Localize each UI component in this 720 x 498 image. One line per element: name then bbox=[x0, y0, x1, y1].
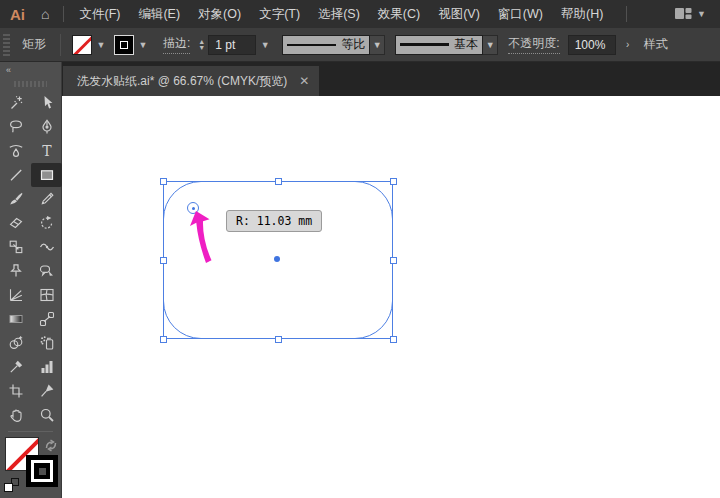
shaper-tool[interactable] bbox=[0, 259, 31, 283]
puppet-warp-tool[interactable] bbox=[31, 259, 62, 283]
illustrator-logo: Ai bbox=[0, 6, 33, 23]
pencil-icon bbox=[39, 191, 55, 207]
chevron-down-icon: ▼ bbox=[697, 9, 706, 19]
stroke-color-control[interactable]: ▼ bbox=[114, 35, 150, 55]
opacity-field[interactable]: 100% bbox=[568, 35, 616, 55]
panel-collapse-button[interactable]: « bbox=[0, 62, 61, 77]
menu-object[interactable]: 对象(O) bbox=[189, 0, 250, 28]
handle-top-center[interactable] bbox=[275, 178, 282, 185]
menu-bar: Ai ⌂ 文件(F) 编辑(E) 对象(O) 文字(T) 选择(S) 效果(C)… bbox=[0, 0, 720, 28]
paintbrush-tool[interactable] bbox=[0, 187, 31, 211]
chevron-down-icon[interactable]: ▼ bbox=[258, 35, 272, 55]
slice-icon bbox=[39, 383, 55, 399]
gradient-icon bbox=[8, 311, 24, 327]
pen-tool[interactable] bbox=[31, 115, 62, 139]
close-icon[interactable]: ✕ bbox=[299, 74, 309, 88]
line-icon bbox=[8, 167, 24, 183]
menu-help[interactable]: 帮助(H) bbox=[552, 0, 612, 28]
opacity-expand-button[interactable]: › bbox=[620, 35, 636, 55]
pen-icon bbox=[39, 119, 55, 135]
opacity-label[interactable]: 不透明度: bbox=[508, 35, 559, 54]
handle-middle-left[interactable] bbox=[160, 257, 167, 264]
artboard-tool[interactable] bbox=[0, 379, 31, 403]
blend-icon bbox=[39, 311, 55, 327]
rectangle-tool[interactable] bbox=[31, 163, 62, 187]
brush-definition-dropdown[interactable]: 基本 ▼ bbox=[395, 35, 498, 55]
scale-tool[interactable] bbox=[0, 235, 31, 259]
perspective-grid-tool[interactable] bbox=[0, 283, 31, 307]
stroke-weight-field[interactable]: 1 pt bbox=[208, 35, 256, 55]
tools-panel: « T bbox=[0, 62, 62, 498]
menu-select[interactable]: 选择(S) bbox=[309, 0, 369, 28]
chevron-down-icon[interactable]: ▼ bbox=[136, 35, 150, 55]
shape-builder-tool[interactable] bbox=[0, 331, 31, 355]
stroke-black-swatch[interactable] bbox=[114, 35, 134, 55]
fill-color-control[interactable]: ▼ bbox=[72, 35, 108, 55]
graph-tool[interactable] bbox=[31, 355, 62, 379]
handle-bottom-left[interactable] bbox=[160, 336, 167, 343]
style-label[interactable]: 样式 bbox=[644, 36, 668, 53]
width-profile-dropdown[interactable]: 等比 ▼ bbox=[282, 35, 385, 55]
home-icon[interactable]: ⌂ bbox=[33, 6, 57, 22]
lasso-tool[interactable] bbox=[0, 115, 31, 139]
menu-window[interactable]: 窗口(W) bbox=[489, 0, 552, 28]
line-segment-tool[interactable] bbox=[0, 163, 31, 187]
slice-tool[interactable] bbox=[31, 379, 62, 403]
mesh-icon bbox=[39, 287, 55, 303]
eyedropper-icon bbox=[8, 359, 24, 375]
fill-none-swatch[interactable] bbox=[72, 35, 92, 55]
magic-wand-icon bbox=[8, 95, 24, 111]
stroke-weight-stepper[interactable]: ▲▼ bbox=[198, 39, 205, 51]
workspace-switcher[interactable]: ▼ bbox=[675, 7, 720, 21]
menu-effect[interactable]: 效果(C) bbox=[369, 0, 429, 28]
illustrator-window: Ai ⌂ 文件(F) 编辑(E) 对象(O) 文字(T) 选择(S) 效果(C)… bbox=[0, 0, 720, 498]
handle-middle-right[interactable] bbox=[390, 257, 397, 264]
type-tool[interactable]: T bbox=[31, 139, 62, 163]
selection-tool[interactable] bbox=[31, 91, 62, 115]
hand-tool[interactable] bbox=[0, 403, 31, 427]
pencil-tool[interactable] bbox=[31, 187, 62, 211]
panel-grip[interactable] bbox=[3, 34, 10, 56]
handle-bottom-center[interactable] bbox=[275, 336, 282, 343]
puppet-warp-icon bbox=[39, 263, 55, 279]
menu-edit[interactable]: 编辑(E) bbox=[129, 0, 189, 28]
width-icon bbox=[39, 239, 55, 255]
handle-top-left[interactable] bbox=[160, 178, 167, 185]
swap-fill-stroke-icon[interactable] bbox=[44, 438, 58, 456]
panel-grip[interactable] bbox=[14, 79, 47, 88]
chevron-down-icon[interactable]: ▼ bbox=[94, 35, 108, 55]
artboard-icon bbox=[8, 383, 24, 399]
handle-bottom-right[interactable] bbox=[390, 336, 397, 343]
artboard-canvas[interactable]: R: 11.03 mm bbox=[62, 96, 720, 498]
shape-builder-icon bbox=[8, 335, 24, 351]
magic-wand-tool[interactable] bbox=[0, 91, 31, 115]
rotate-tool[interactable] bbox=[31, 211, 62, 235]
default-fill-stroke-icon[interactable] bbox=[4, 478, 19, 492]
chevron-down-icon[interactable]: ▼ bbox=[483, 35, 498, 55]
eyedropper-tool[interactable] bbox=[0, 355, 31, 379]
gradient-tool[interactable] bbox=[0, 307, 31, 331]
stroke-weight-label[interactable]: 描边: bbox=[163, 35, 190, 54]
chevron-down-icon[interactable]: ▼ bbox=[370, 35, 385, 55]
zoom-tool[interactable] bbox=[31, 403, 62, 427]
handle-top-right[interactable] bbox=[390, 178, 397, 185]
eraser-icon bbox=[8, 215, 24, 231]
perspective-grid-icon bbox=[8, 287, 24, 303]
type-icon: T bbox=[39, 143, 55, 159]
current-tool-label: 矩形 bbox=[16, 36, 52, 53]
blend-tool[interactable] bbox=[31, 307, 62, 331]
symbol-sprayer-tool[interactable] bbox=[31, 331, 62, 355]
rectangle-icon bbox=[39, 167, 55, 183]
stroke-swatch-black[interactable] bbox=[26, 455, 58, 487]
menu-file[interactable]: 文件(F) bbox=[70, 0, 129, 28]
menu-separator bbox=[626, 6, 627, 22]
eraser-tool[interactable] bbox=[0, 211, 31, 235]
mesh-tool[interactable] bbox=[31, 283, 62, 307]
width-tool[interactable] bbox=[31, 235, 62, 259]
shape-center-point[interactable] bbox=[274, 256, 280, 262]
menu-view[interactable]: 视图(V) bbox=[429, 0, 489, 28]
curvature-tool[interactable] bbox=[0, 139, 31, 163]
menu-type[interactable]: 文字(T) bbox=[250, 0, 309, 28]
document-tab[interactable]: 洗发水贴纸.ai* @ 66.67% (CMYK/预览) ✕ bbox=[63, 66, 319, 96]
control-bar: 矩形 ▼ ▼ 描边: ▲▼ 1 pt ▼ 等比 ▼ 基本 ▼ 不透明度: 100… bbox=[0, 28, 720, 62]
